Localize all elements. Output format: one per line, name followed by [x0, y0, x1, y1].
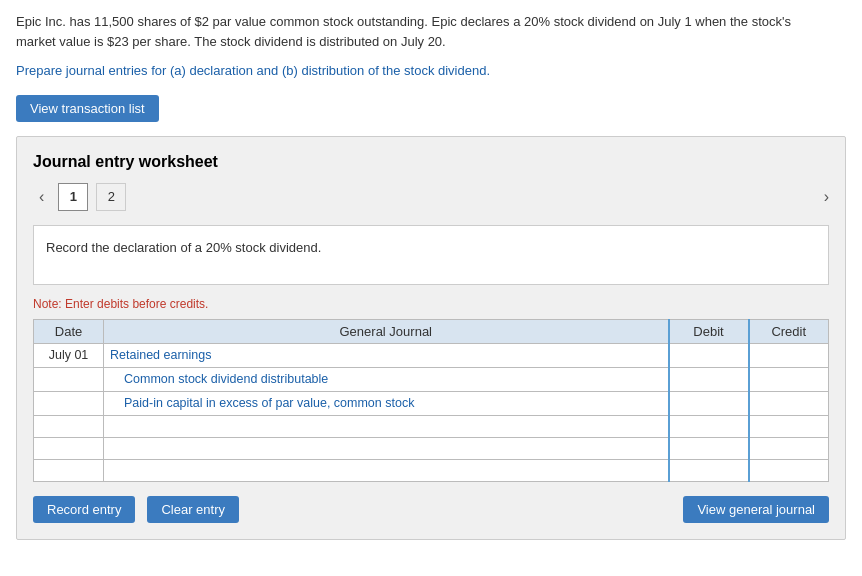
journal-cell[interactable]: [104, 415, 669, 437]
debit-input-1[interactable]: [676, 372, 742, 386]
debit-input-4[interactable]: [676, 441, 742, 455]
tabs-row: ‹ 1 2 ›: [33, 183, 829, 211]
instruction-text: Record the declaration of a 20% stock di…: [46, 240, 321, 255]
debit-cell[interactable]: [669, 367, 749, 391]
credit-input-4[interactable]: [756, 441, 823, 455]
date-cell[interactable]: [34, 415, 104, 437]
table-row: [34, 437, 829, 459]
journal-cell[interactable]: [104, 437, 669, 459]
date-cell[interactable]: [34, 437, 104, 459]
date-input-4[interactable]: [40, 441, 97, 455]
date-cell: July 01: [34, 343, 104, 367]
record-entry-button[interactable]: Record entry: [33, 496, 135, 523]
debit-input-0[interactable]: [676, 348, 742, 362]
journal-cell[interactable]: [104, 459, 669, 481]
date-cell: [34, 367, 104, 391]
credit-input-2[interactable]: [756, 396, 823, 410]
date-cell: [34, 391, 104, 415]
tab-next-arrow[interactable]: ›: [824, 188, 829, 206]
credit-cell[interactable]: [749, 343, 829, 367]
debit-input-2[interactable]: [676, 396, 742, 410]
journal-input-4[interactable]: [110, 441, 662, 455]
debit-cell[interactable]: [669, 415, 749, 437]
credit-cell[interactable]: [749, 415, 829, 437]
clear-entry-button[interactable]: Clear entry: [147, 496, 239, 523]
credit-input-5[interactable]: [756, 463, 823, 477]
debit-cell[interactable]: [669, 437, 749, 459]
journal-table: Date General Journal Debit Credit July 0…: [33, 319, 829, 482]
credit-input-1[interactable]: [756, 372, 823, 386]
worksheet-title: Journal entry worksheet: [33, 153, 829, 171]
credit-input-0[interactable]: [756, 348, 823, 362]
view-transaction-button[interactable]: View transaction list: [16, 95, 159, 122]
table-row: [34, 415, 829, 437]
tab-1[interactable]: 1: [58, 183, 88, 211]
table-row: July 01: [34, 343, 829, 367]
action-buttons-row: Record entry Clear entry View general jo…: [33, 496, 829, 523]
problem-line1: Epic Inc. has 11,500 shares of $2 par va…: [16, 14, 791, 29]
credit-cell[interactable]: [749, 459, 829, 481]
problem-line3: Prepare journal entries for (a) declarat…: [16, 63, 490, 78]
credit-input-3[interactable]: [756, 419, 823, 433]
table-row: [34, 459, 829, 481]
journal-cell[interactable]: [104, 391, 669, 415]
instruction-box: Record the declaration of a 20% stock di…: [33, 225, 829, 285]
problem-description: Epic Inc. has 11,500 shares of $2 par va…: [16, 12, 846, 51]
credit-cell[interactable]: [749, 437, 829, 459]
journal-input-3[interactable]: [110, 419, 662, 433]
view-general-journal-button[interactable]: View general journal: [683, 496, 829, 523]
credit-cell[interactable]: [749, 391, 829, 415]
debit-cell[interactable]: [669, 459, 749, 481]
journal-cell[interactable]: [104, 343, 669, 367]
problem-line2: market value is $23 per share. The stock…: [16, 34, 446, 49]
table-row: [34, 367, 829, 391]
debit-input-3[interactable]: [676, 419, 742, 433]
table-row: [34, 391, 829, 415]
date-input-3[interactable]: [40, 419, 97, 433]
journal-input-2[interactable]: [124, 396, 662, 410]
header-debit: Debit: [669, 319, 749, 343]
problem-instruction: Prepare journal entries for (a) declarat…: [16, 61, 846, 81]
journal-input-1[interactable]: [124, 372, 662, 386]
journal-entry-worksheet: Journal entry worksheet ‹ 1 2 › Record t…: [16, 136, 846, 540]
journal-cell[interactable]: [104, 367, 669, 391]
header-date: Date: [34, 319, 104, 343]
debit-input-5[interactable]: [676, 463, 742, 477]
date-cell[interactable]: [34, 459, 104, 481]
note-text: Note: Enter debits before credits.: [33, 297, 829, 311]
date-input-5[interactable]: [40, 463, 97, 477]
header-journal: General Journal: [104, 319, 669, 343]
debit-cell[interactable]: [669, 343, 749, 367]
journal-input-5[interactable]: [110, 463, 662, 477]
tab-2[interactable]: 2: [96, 183, 126, 211]
tab-prev-arrow[interactable]: ‹: [33, 186, 50, 208]
journal-input-0[interactable]: [110, 348, 662, 362]
header-credit: Credit: [749, 319, 829, 343]
credit-cell[interactable]: [749, 367, 829, 391]
debit-cell[interactable]: [669, 391, 749, 415]
